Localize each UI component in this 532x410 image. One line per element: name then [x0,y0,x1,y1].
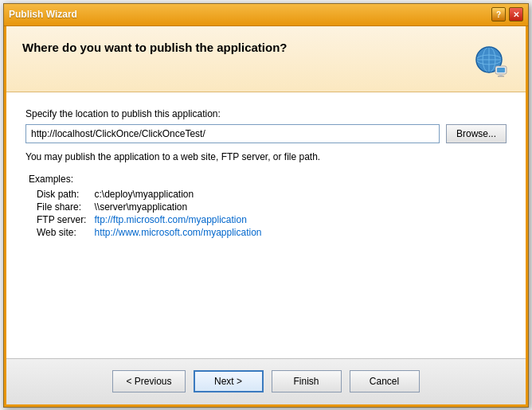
page-title: Where do you want to publish the applica… [22,41,288,54]
window-title: Publish Wizard [9,9,77,20]
examples-table: Disk path: c:\deploy\myapplication File … [37,188,262,239]
examples-label: Examples: [29,174,507,185]
previous-button[interactable]: < Previous [112,370,185,392]
svg-rect-9 [498,76,504,77]
example-row-fileshare: File share: \\server\myapplication [37,201,262,213]
dialog-content: Where do you want to publish the applica… [4,26,528,407]
example-type-fileshare: File share: [37,201,94,213]
publish-wizard-window: Publish Wizard ? ✕ Where do you want to … [3,3,529,408]
example-row-disk: Disk path: c:\deploy\myapplication [37,188,262,201]
example-row-website: Web site: http://www.microsoft.com/myapp… [37,226,262,239]
example-row-ftp: FTP server: ftp://ftp.microsoft.com/myap… [37,213,262,226]
finish-button[interactable]: Finish [272,370,342,392]
location-input[interactable] [25,124,440,143]
website-example-link[interactable]: http://www.microsoft.com/myapplication [94,227,261,238]
example-type-website: Web site: [37,226,94,239]
title-bar: Publish Wizard ? ✕ [4,4,528,26]
browse-button[interactable]: Browse... [446,124,507,143]
footer-section: < Previous Next > Finish Cancel [6,358,526,404]
next-button[interactable]: Next > [194,370,264,392]
location-label: Specify the location to publish this app… [25,108,507,119]
example-value-ftp: ftp://ftp.microsoft.com/myapplication [94,213,261,226]
example-value-website: http://www.microsoft.com/myapplication [94,226,261,239]
example-value-fileshare: \\server\myapplication [94,201,261,213]
body-section: Specify the location to publish this app… [6,92,526,358]
cancel-button[interactable]: Cancel [350,370,420,392]
example-type-ftp: FTP server: [37,213,94,226]
window-controls: ? ✕ [491,7,523,21]
location-input-row: Browse... [25,124,507,143]
example-value-disk: c:\deploy\myapplication [94,188,261,201]
help-button[interactable]: ? [491,7,506,21]
example-type-disk: Disk path: [37,188,94,201]
ftp-example-link[interactable]: ftp://ftp.microsoft.com/myapplication [94,214,246,225]
info-text: You may publish the application to a web… [25,151,507,162]
examples-section: Examples: Disk path: c:\deploy\myapplica… [29,174,507,239]
globe-network-icon [471,41,510,79]
svg-rect-7 [497,68,505,72]
close-button[interactable]: ✕ [509,7,523,21]
header-section: Where do you want to publish the applica… [6,26,526,92]
